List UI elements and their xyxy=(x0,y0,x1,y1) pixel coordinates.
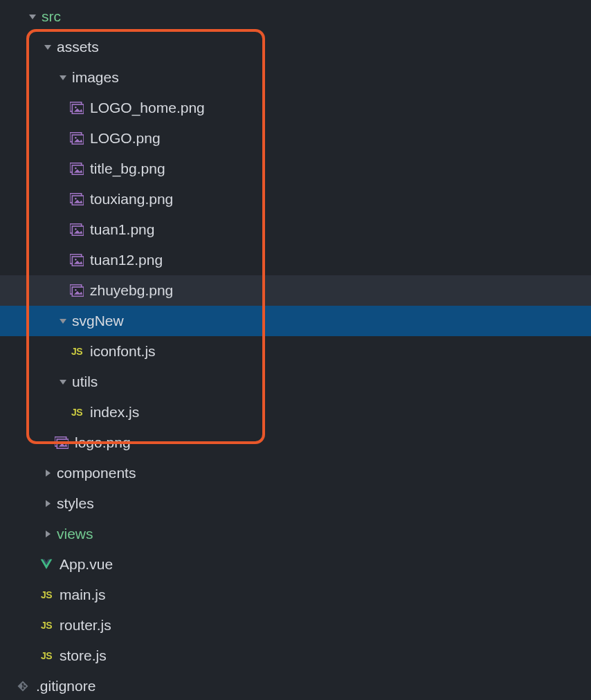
tree-item-label: assets xyxy=(57,39,99,55)
tree-item[interactable]: logo.png xyxy=(0,427,591,458)
svg-marker-1 xyxy=(44,45,51,50)
tree-item[interactable]: JSindex.js xyxy=(0,397,591,427)
image-file-icon xyxy=(69,161,84,176)
svg-point-29 xyxy=(75,289,77,291)
tree-item-label: logo.png xyxy=(75,434,131,451)
svg-marker-38 xyxy=(46,500,51,507)
expand-arrow-icon[interactable] xyxy=(58,73,68,82)
tree-item-label: tuan1.png xyxy=(90,221,154,238)
tree-item[interactable]: title_bg.png xyxy=(0,154,591,184)
tree-item-label: touxiang.png xyxy=(90,191,173,208)
expand-arrow-icon[interactable] xyxy=(43,468,53,478)
expand-arrow-icon[interactable] xyxy=(43,499,53,508)
tree-item[interactable]: styles xyxy=(0,488,591,519)
tree-item[interactable]: tuan12.png xyxy=(0,245,591,275)
svg-point-35 xyxy=(60,441,62,443)
js-file-icon: JS xyxy=(39,587,54,602)
tree-item-label: utils xyxy=(72,374,98,390)
tree-item[interactable]: utils xyxy=(0,367,591,397)
tree-item[interactable]: JSmain.js xyxy=(0,580,591,610)
tree-item-label: styles xyxy=(57,495,94,512)
tree-item[interactable]: images xyxy=(0,62,591,93)
tree-item-label: title_bg.png xyxy=(90,160,165,177)
svg-point-9 xyxy=(75,137,77,139)
tree-item-label: zhuyebg.png xyxy=(90,282,173,299)
tree-item[interactable]: JSstore.js xyxy=(0,641,591,671)
file-tree: srcassetsimagesLOGO_home.pngLOGO.pngtitl… xyxy=(0,0,591,700)
image-file-icon xyxy=(69,100,84,116)
tree-item[interactable]: zhuyebg.png xyxy=(0,275,591,306)
tree-item-label: index.js xyxy=(90,404,139,421)
tree-item[interactable]: tuan1.png xyxy=(0,214,591,245)
tree-item[interactable]: components xyxy=(0,458,591,488)
tree-item-label: images xyxy=(72,69,119,86)
svg-rect-12 xyxy=(72,165,84,174)
tree-item[interactable]: .gitignore xyxy=(0,671,591,700)
expand-arrow-icon[interactable] xyxy=(58,377,68,387)
vue-file-icon xyxy=(39,557,54,572)
tree-item[interactable]: LOGO.png xyxy=(0,123,591,154)
svg-marker-39 xyxy=(46,531,51,537)
tree-item[interactable]: touxiang.png xyxy=(0,184,591,214)
image-file-icon xyxy=(69,252,84,268)
image-file-icon xyxy=(54,435,69,450)
tree-item[interactable]: src xyxy=(0,1,591,32)
tree-item-label: store.js xyxy=(60,647,107,664)
git-file-icon xyxy=(15,679,30,694)
tree-item-label: main.js xyxy=(60,587,106,603)
js-file-icon: JS xyxy=(39,648,54,663)
expand-arrow-icon[interactable] xyxy=(58,316,68,326)
tree-item-label: src xyxy=(42,8,61,25)
svg-rect-34 xyxy=(57,439,69,448)
tree-item-label: tuan12.png xyxy=(90,252,163,268)
tree-item[interactable]: JSrouter.js xyxy=(0,610,591,641)
tree-item-label: components xyxy=(57,465,136,481)
tree-item[interactable]: assets xyxy=(0,32,591,62)
tree-item-label: iconfont.js xyxy=(90,343,156,360)
svg-marker-0 xyxy=(29,15,36,19)
tree-item-label: App.vue xyxy=(60,556,113,573)
expand-arrow-icon[interactable] xyxy=(28,12,37,21)
tree-item-label: svgNew xyxy=(72,313,124,329)
expand-arrow-icon[interactable] xyxy=(43,42,53,52)
svg-marker-2 xyxy=(60,75,66,80)
svg-rect-8 xyxy=(72,135,84,144)
image-file-icon xyxy=(69,222,84,237)
svg-point-17 xyxy=(75,198,77,200)
expand-arrow-icon[interactable] xyxy=(43,529,53,539)
tree-item[interactable]: LOGO_home.png xyxy=(0,93,591,123)
js-file-icon: JS xyxy=(69,344,84,359)
tree-item[interactable]: App.vue xyxy=(0,549,591,580)
tree-item-label: router.js xyxy=(60,617,111,634)
js-file-icon: JS xyxy=(69,405,84,420)
svg-rect-4 xyxy=(72,104,84,113)
image-file-icon xyxy=(69,131,84,146)
tree-item-label: views xyxy=(57,526,93,542)
svg-marker-31 xyxy=(60,319,66,324)
tree-item[interactable]: JSiconfont.js xyxy=(0,336,591,367)
svg-point-25 xyxy=(75,259,77,261)
image-file-icon xyxy=(69,192,84,207)
svg-point-5 xyxy=(75,107,77,109)
svg-marker-32 xyxy=(60,380,66,385)
svg-point-13 xyxy=(75,167,77,169)
svg-marker-37 xyxy=(46,470,51,477)
tree-item[interactable]: svgNew xyxy=(0,306,591,336)
tree-item-label: LOGO.png xyxy=(90,130,161,147)
js-file-icon: JS xyxy=(39,618,54,633)
image-file-icon xyxy=(69,283,84,298)
tree-item-label: .gitignore xyxy=(36,678,96,694)
tree-item-label: LOGO_home.png xyxy=(90,100,205,116)
svg-point-21 xyxy=(75,228,77,230)
tree-item[interactable]: views xyxy=(0,519,591,549)
